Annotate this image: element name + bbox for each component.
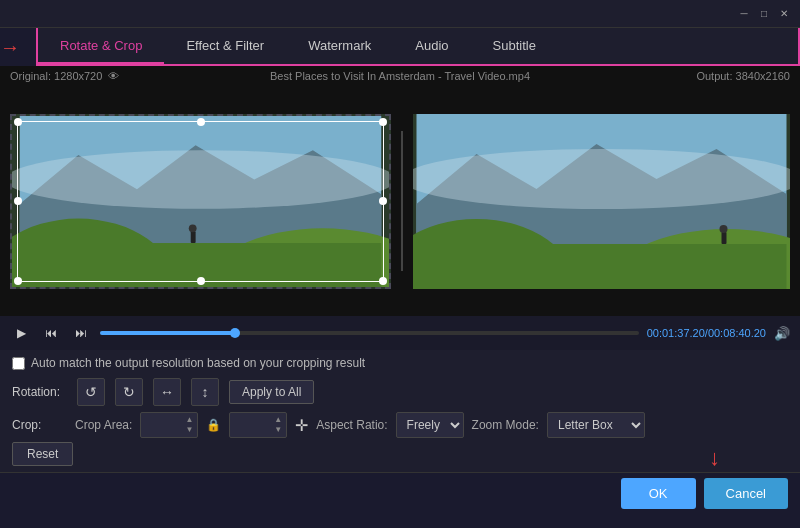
- flip-vertical-button[interactable]: ↕: [191, 378, 219, 406]
- aspect-ratio-label: Aspect Ratio:: [316, 418, 387, 432]
- crop-height-down[interactable]: ▼: [274, 425, 282, 435]
- auto-match-checkbox[interactable]: [12, 357, 25, 370]
- zoom-mode-select-wrap[interactable]: Letter Box Pan & Scan Full: [547, 412, 645, 438]
- output-label: Output: 3840x2160: [696, 70, 790, 82]
- zoom-mode-select[interactable]: Letter Box Pan & Scan Full: [547, 412, 645, 438]
- rotation-row: Rotation: ↺ ↻ ↔ ↕ Apply to All: [12, 378, 788, 406]
- action-bar: ↓ OK Cancel: [0, 472, 800, 514]
- aspect-ratio-select[interactable]: Freely 16:9 4:3 1:1: [396, 412, 464, 438]
- video-panels: [0, 86, 800, 316]
- progress-bar[interactable]: [100, 331, 639, 335]
- apply-all-button[interactable]: Apply to All: [229, 380, 314, 404]
- tab-arrow-indicator: →: [0, 36, 20, 59]
- panel-divider: [401, 131, 403, 271]
- tab-watermark[interactable]: Watermark: [286, 28, 393, 64]
- video-area: Original: 1280x720 👁 Best Places to Visi…: [0, 66, 800, 316]
- svg-rect-14: [722, 232, 727, 244]
- rotation-label: Rotation:: [12, 385, 67, 399]
- tab-audio[interactable]: Audio: [393, 28, 470, 64]
- move-icon[interactable]: ✛: [295, 416, 308, 435]
- cancel-button[interactable]: Cancel: [704, 478, 788, 509]
- flip-horizontal-button[interactable]: ↔: [153, 378, 181, 406]
- output-video-panel: [413, 114, 790, 289]
- crop-row: Crop: Crop Area: 1280 ▲ ▼ 🔒 720 ▲ ▼ ✛ As…: [12, 412, 788, 438]
- bottom-controls: Auto match the output resolution based o…: [0, 350, 800, 472]
- prev-frame-button[interactable]: ⏮: [40, 322, 62, 344]
- reset-button[interactable]: Reset: [12, 442, 73, 466]
- original-video-bg: [12, 116, 389, 287]
- ok-button[interactable]: OK: [621, 478, 696, 509]
- crop-area-label: Crop Area:: [75, 418, 132, 432]
- svg-point-10: [413, 149, 790, 209]
- svg-point-7: [189, 224, 197, 232]
- lock-icon[interactable]: 🔒: [206, 418, 221, 432]
- video-labels: Original: 1280x720 👁 Best Places to Visi…: [0, 66, 800, 86]
- time-display: 00:01:37.20/00:08:40.20: [647, 327, 766, 339]
- auto-match-row: Auto match the output resolution based o…: [12, 356, 788, 370]
- auto-match-label: Auto match the output resolution based o…: [31, 356, 365, 370]
- crop-label: Crop:: [12, 418, 67, 432]
- tab-effect-filter[interactable]: Effect & Filter: [164, 28, 286, 64]
- crop-height-input-wrap[interactable]: 720 ▲ ▼: [229, 412, 287, 438]
- progress-handle[interactable]: [230, 328, 240, 338]
- crop-width-up[interactable]: ▲: [185, 415, 193, 425]
- crop-height-up[interactable]: ▲: [274, 415, 282, 425]
- rotate-left-button[interactable]: ↺: [77, 378, 105, 406]
- tab-subtitle[interactable]: Subtitle: [471, 28, 558, 64]
- aspect-ratio-select-wrap[interactable]: Freely 16:9 4:3 1:1: [396, 412, 464, 438]
- play-button[interactable]: ▶: [10, 322, 32, 344]
- volume-icon[interactable]: 🔊: [774, 326, 790, 341]
- svg-rect-6: [191, 231, 196, 243]
- title-bar: ─ □ ✕: [0, 0, 800, 28]
- svg-rect-13: [417, 244, 787, 289]
- close-button[interactable]: ✕: [776, 6, 792, 22]
- crop-width-down[interactable]: ▼: [185, 425, 193, 435]
- rotate-right-button[interactable]: ↻: [115, 378, 143, 406]
- crop-height-input[interactable]: 720: [234, 418, 272, 432]
- crop-width-input[interactable]: 1280: [145, 418, 183, 432]
- zoom-mode-label: Zoom Mode:: [472, 418, 539, 432]
- ok-arrow-indicator: ↓: [709, 445, 720, 471]
- minimize-button[interactable]: ─: [736, 6, 752, 22]
- original-video-panel: [10, 114, 391, 289]
- original-label: Original: 1280x720 👁: [10, 70, 119, 82]
- crop-width-input-wrap[interactable]: 1280 ▲ ▼: [140, 412, 198, 438]
- svg-rect-5: [20, 243, 382, 287]
- controls-bar: ▶ ⏮ ⏭ 00:01:37.20/00:08:40.20 🔊: [0, 316, 800, 350]
- next-frame-button[interactable]: ⏭: [70, 322, 92, 344]
- output-video-bg: [413, 114, 790, 289]
- tab-bar: Rotate & Crop Effect & Filter Watermark …: [36, 28, 800, 66]
- svg-point-15: [720, 225, 728, 233]
- maximize-button[interactable]: □: [756, 6, 772, 22]
- tab-rotate-crop[interactable]: Rotate & Crop: [38, 28, 164, 64]
- svg-point-2: [12, 150, 389, 209]
- progress-fill: [100, 331, 235, 335]
- filename: Best Places to Visit In Amsterdam - Trav…: [270, 70, 530, 82]
